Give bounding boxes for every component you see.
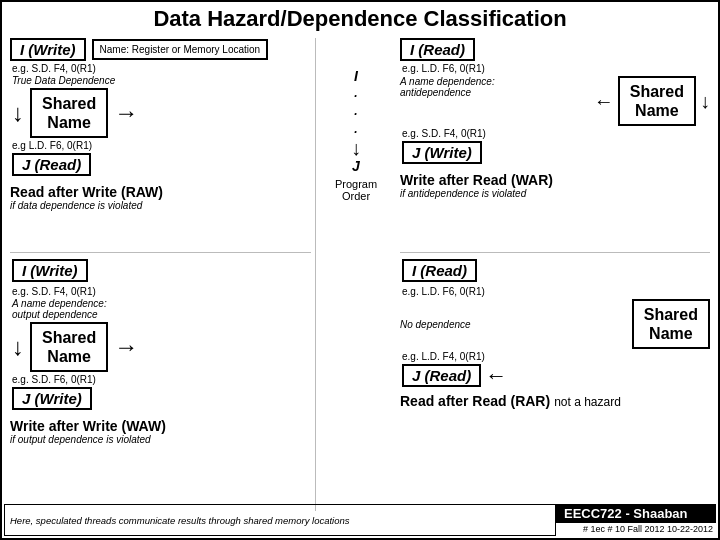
raw-title: Read after Write (RAW)	[10, 184, 311, 200]
center-dots1: .	[354, 84, 357, 102]
bottom-strip: Here, speculated threads communicate res…	[4, 504, 716, 536]
left-top-header: I (Write) Name: Register or Memory Locat…	[10, 38, 311, 61]
left-bottom-eg2: e.g. S.D. F6, 0(R1)	[12, 374, 311, 385]
left-panel: I (Write) Name: Register or Memory Locat…	[6, 38, 316, 511]
left-bottom-eg1: e.g. S.D. F4, 0(R1)	[12, 286, 311, 297]
left-bottom-arrow-right: →	[114, 333, 138, 361]
right-top-section: I (Read) e.g. L.D. F6, 0(R1) A name depe…	[400, 38, 710, 253]
center-dots3: .	[354, 120, 357, 138]
center-j: J	[352, 158, 360, 174]
right-top-i-box: I (Read)	[400, 38, 475, 61]
right-top-header: I (Read)	[400, 38, 710, 61]
right-bottom-shared-row: No dependence SharedName	[400, 299, 710, 349]
left-bottom-arrow-down: ↓	[12, 335, 24, 359]
name-label-box: Name: Register or Memory Location	[92, 39, 269, 60]
right-bottom-eg1: e.g. L.D. F6, 0(R1)	[402, 286, 710, 297]
main-container: Data Hazard/Dependence Classification I …	[0, 0, 720, 540]
right-top-shared-name: Shared Name	[618, 76, 696, 126]
right-top-arrow-down-indicator: ↓	[700, 90, 710, 113]
waw-title: Write after Write (WAW)	[10, 418, 311, 434]
center-i: I	[354, 68, 358, 84]
left-bottom-section: I (Write) e.g. S.D. F4, 0(R1) A name dep…	[10, 253, 311, 445]
right-bottom-i-box: I (Read)	[402, 259, 477, 282]
center-panel: I . . . ↓ J Program Order	[316, 38, 396, 511]
waw-if: if output dependence is violated	[10, 434, 311, 445]
raw-if: if data dependence is violated	[10, 200, 311, 211]
left-bottom-shared-name: Shared Name	[30, 322, 108, 372]
right-bottom-arrow: ←	[485, 363, 507, 389]
program-order: Program Order	[335, 178, 377, 202]
center-dots2: .	[354, 102, 357, 120]
speculated-label: Here, speculated threads communicate res…	[4, 504, 556, 536]
rar-title: Read after Read (RAR)	[400, 393, 550, 409]
right-bottom-section: I (Read) e.g. L.D. F6, 0(R1) No dependen…	[400, 253, 710, 409]
war-title: Write after Read (WAR)	[400, 172, 710, 188]
left-top-dep: True Data Dependence	[12, 75, 311, 86]
center-content: I . . . ↓ J Program Order	[335, 68, 377, 202]
eecc-label: EECC722 - Shaaban	[556, 504, 716, 523]
right-bottom-j-box: J (Read)	[402, 364, 481, 387]
right-top-dep-row: A name dependence: antidependence ← Shar…	[400, 76, 710, 126]
war-if: if antidependence is violated	[400, 188, 710, 199]
left-top-shared-name: Shared Name	[30, 88, 108, 138]
left-bottom-j-box: J (Write)	[12, 387, 92, 410]
left-bottom-i-box: I (Write)	[12, 259, 88, 282]
left-top-i-box: I (Write)	[10, 38, 86, 61]
right-bottom-eg2: e.g. L.D. F4, 0(R1)	[402, 351, 710, 362]
right-top-eg1: e.g. L.D. F6, 0(R1)	[402, 63, 710, 74]
left-top-arrow-right-indicator: →	[114, 99, 138, 127]
right-panel: I (Read) e.g. L.D. F6, 0(R1) A name depe…	[396, 38, 714, 511]
left-top-section: I (Write) Name: Register or Memory Locat…	[10, 38, 311, 253]
page-title: Data Hazard/Dependence Classification	[6, 6, 714, 32]
right-top-dep: A name dependence: antidependence	[400, 76, 495, 98]
right-bottom-dep: No dependence	[400, 319, 471, 330]
rar-title-row: Read after Read (RAR) not a hazard	[400, 393, 710, 409]
left-top-eg2: e.g L.D. F6, 0(R1)	[12, 140, 311, 151]
right-bottom-shared-name: SharedName	[632, 299, 710, 349]
right-top-j-box: J (Write)	[402, 141, 482, 164]
right-bottom-shared-wrapper: SharedName	[632, 299, 710, 349]
left-top-eg1: e.g. S.D. F4, 0(R1)	[12, 63, 311, 74]
left-bottom-dep: A name dependence: output dependence	[12, 298, 311, 320]
center-arrow-down: ↓	[351, 138, 361, 158]
right-top-arrow-left-indicator: ←	[594, 90, 614, 113]
right-top-shared-row: ← Shared Name ↓	[594, 76, 710, 126]
not-hazard: not a hazard	[554, 395, 621, 409]
left-top-shared-row: ↓ Shared Name →	[12, 88, 311, 138]
bottom-right-block: EECC722 - Shaaban # 1ec # 10 Fall 2012 1…	[556, 504, 716, 536]
left-top-arrow-down-indicator: ↓	[12, 101, 24, 125]
right-top-eg2: e.g. S.D. F4, 0(R1)	[402, 128, 710, 139]
lec-line: # 1ec # 10 Fall 2012 10-22-2012	[556, 523, 716, 535]
right-bottom-j-row: J (Read) ←	[400, 362, 710, 389]
left-top-j-box: J (Read)	[12, 153, 91, 176]
left-bottom-shared-row: ↓ Shared Name →	[12, 322, 311, 372]
content-area: I (Write) Name: Register or Memory Locat…	[6, 38, 714, 511]
